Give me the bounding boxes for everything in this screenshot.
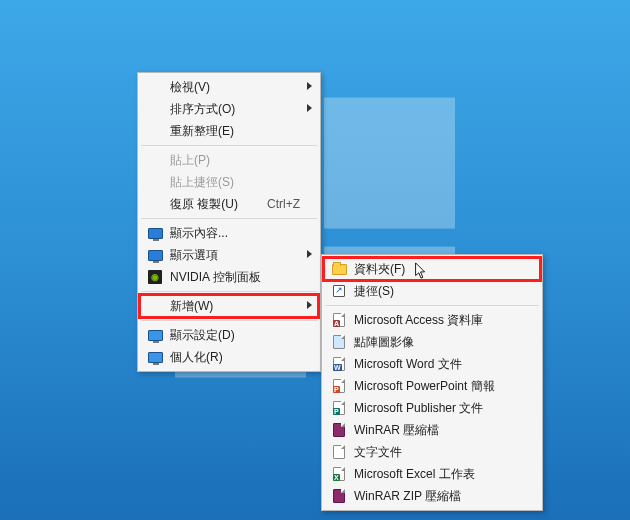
menu-label: NVIDIA 控制面板	[170, 269, 300, 286]
menu-paste-shortcut: 貼上捷徑(S)	[140, 171, 318, 193]
menu-display-settings[interactable]: 顯示設定(D)	[140, 324, 318, 346]
personalize-icon	[146, 348, 164, 366]
menu-label: 個人化(R)	[170, 349, 300, 366]
menu-new[interactable]: 新增(W)	[140, 295, 318, 317]
submenu-arrow-icon	[307, 250, 312, 258]
menu-label: WinRAR 壓縮檔	[354, 422, 522, 439]
menu-label: 排序方式(O)	[170, 101, 300, 118]
folder-icon	[330, 260, 348, 278]
shortcut-icon	[330, 282, 348, 300]
menu-label: 文字文件	[354, 444, 522, 461]
separator	[325, 305, 539, 306]
separator	[141, 145, 317, 146]
submenu-pub[interactable]: PMicrosoft Publisher 文件	[324, 397, 540, 419]
display-icon	[146, 246, 164, 264]
shortcut-label: Ctrl+Z	[267, 197, 300, 211]
menu-label: 貼上捷徑(S)	[170, 174, 300, 191]
separator	[141, 291, 317, 292]
display-icon	[146, 224, 164, 242]
submenu-arrow-icon	[307, 301, 312, 309]
access-icon: A	[330, 311, 348, 329]
submenu-arrow-icon	[307, 82, 312, 90]
zip-icon	[330, 487, 348, 505]
menu-show-options[interactable]: 顯示選項	[140, 244, 318, 266]
menu-label: WinRAR ZIP 壓縮檔	[354, 488, 522, 505]
excel-icon: X	[330, 465, 348, 483]
menu-label: Microsoft Excel 工作表	[354, 466, 522, 483]
submenu-arrow-icon	[307, 104, 312, 112]
menu-label: Microsoft Access 資料庫	[354, 312, 522, 329]
menu-paste: 貼上(P)	[140, 149, 318, 171]
menu-label: Microsoft Word 文件	[354, 356, 522, 373]
submenu-word[interactable]: WMicrosoft Word 文件	[324, 353, 540, 375]
menu-label: 顯示內容...	[170, 225, 300, 242]
new-submenu: 資料夾(F) 捷徑(S) AMicrosoft Access 資料庫 點陣圖影像…	[321, 254, 543, 511]
menu-label: 顯示選項	[170, 247, 300, 264]
submenu-rar[interactable]: WinRAR 壓縮檔	[324, 419, 540, 441]
text-icon	[330, 443, 348, 461]
menu-sort[interactable]: 排序方式(O)	[140, 98, 318, 120]
menu-label: 資料夾(F)	[354, 261, 522, 278]
menu-label: Microsoft Publisher 文件	[354, 400, 522, 417]
menu-show-content[interactable]: 顯示內容...	[140, 222, 318, 244]
bitmap-icon	[330, 333, 348, 351]
powerpoint-icon: P	[330, 377, 348, 395]
menu-label: 新增(W)	[170, 298, 300, 315]
menu-undo[interactable]: 復原 複製(U)Ctrl+Z	[140, 193, 318, 215]
publisher-icon: P	[330, 399, 348, 417]
submenu-txt[interactable]: 文字文件	[324, 441, 540, 463]
rar-icon	[330, 421, 348, 439]
menu-label: 重新整理(E)	[170, 123, 300, 140]
word-icon: W	[330, 355, 348, 373]
submenu-shortcut[interactable]: 捷徑(S)	[324, 280, 540, 302]
submenu-zip[interactable]: WinRAR ZIP 壓縮檔	[324, 485, 540, 507]
separator	[141, 218, 317, 219]
submenu-access[interactable]: AMicrosoft Access 資料庫	[324, 309, 540, 331]
menu-refresh[interactable]: 重新整理(E)	[140, 120, 318, 142]
desktop-context-menu: 檢視(V) 排序方式(O) 重新整理(E) 貼上(P) 貼上捷徑(S) 復原 複…	[137, 72, 321, 372]
submenu-ppt[interactable]: PMicrosoft PowerPoint 簡報	[324, 375, 540, 397]
menu-nvidia[interactable]: ◉NVIDIA 控制面板	[140, 266, 318, 288]
submenu-xls[interactable]: XMicrosoft Excel 工作表	[324, 463, 540, 485]
submenu-folder[interactable]: 資料夾(F)	[324, 258, 540, 280]
menu-view[interactable]: 檢視(V)	[140, 76, 318, 98]
settings-icon	[146, 326, 164, 344]
menu-label: 顯示設定(D)	[170, 327, 300, 344]
nvidia-icon: ◉	[146, 268, 164, 286]
menu-label: 貼上(P)	[170, 152, 300, 169]
menu-label: 捷徑(S)	[354, 283, 522, 300]
menu-label: 點陣圖影像	[354, 334, 522, 351]
menu-personalize[interactable]: 個人化(R)	[140, 346, 318, 368]
submenu-bmp[interactable]: 點陣圖影像	[324, 331, 540, 353]
separator	[141, 320, 317, 321]
menu-label: Microsoft PowerPoint 簡報	[354, 378, 522, 395]
menu-label: 復原 複製(U)	[170, 196, 259, 213]
menu-label: 檢視(V)	[170, 79, 300, 96]
